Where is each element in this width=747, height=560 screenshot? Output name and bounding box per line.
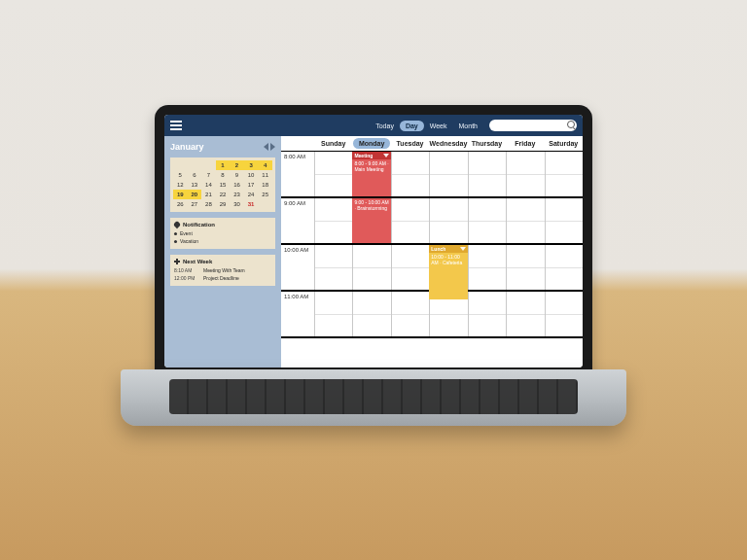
cal-day[interactable]: 19 <box>173 190 188 199</box>
time-slot[interactable] <box>391 152 429 196</box>
cal-day[interactable]: 15 <box>216 180 231 190</box>
view-today[interactable]: Today <box>370 121 400 131</box>
hour-label: 10:00 AM <box>281 245 314 290</box>
hour-label: 11:00 AM <box>281 292 314 336</box>
view-week[interactable]: Week <box>424 121 453 131</box>
next-week-item[interactable]: 8:10 AMMeeting With Team <box>174 266 271 274</box>
time-slot[interactable] <box>352 292 390 336</box>
event-block[interactable]: Meeting8:00 - 9:00 AM · Main Meeting <box>352 152 390 196</box>
time-slot[interactable] <box>506 152 544 196</box>
cal-day[interactable]: 27 <box>188 199 202 209</box>
cal-day[interactable]: 5 <box>173 170 188 180</box>
day-header-thursday[interactable]: Thursday <box>468 136 506 151</box>
cal-day <box>173 160 188 170</box>
cal-day[interactable]: 3 <box>244 160 259 170</box>
next-week-item[interactable]: 12:00 PMProject Deadline <box>174 274 271 282</box>
dot-icon <box>174 232 177 235</box>
schedule-grid: 8:00 AM9:00 AM10:00 AM11:00 AMMeeting8:0… <box>281 152 583 368</box>
cal-day[interactable]: 22 <box>216 190 231 199</box>
cal-day[interactable]: 28 <box>201 199 216 209</box>
day-header-row: SundayMondayTuesdayWednesdayThursdayFrid… <box>281 136 583 152</box>
time-slot[interactable] <box>468 152 506 196</box>
time-slot[interactable] <box>468 292 506 336</box>
month-header: January <box>170 142 275 152</box>
cal-day[interactable]: 20 <box>188 190 202 199</box>
time-slot[interactable] <box>545 245 583 290</box>
event-block[interactable]: Lunch10:00 - 11:00 AM · Cafeteria <box>429 245 467 299</box>
cal-day[interactable]: 2 <box>230 160 244 170</box>
time-slot[interactable] <box>429 198 467 243</box>
cal-day[interactable]: 17 <box>244 180 259 190</box>
time-slot[interactable] <box>429 152 467 196</box>
screen-bezel: TodayDayWeekMonth January <box>155 105 592 377</box>
time-slot[interactable] <box>314 245 352 290</box>
chevron-down-icon <box>460 247 466 251</box>
app-body: January 12345678910111213141516171819202… <box>164 136 583 368</box>
mini-calendar[interactable]: 1234567891011121314151617181920212223242… <box>170 158 275 212</box>
time-slot[interactable] <box>506 198 544 243</box>
chevron-down-icon <box>383 154 389 158</box>
cal-day[interactable]: 10 <box>244 170 259 180</box>
time-slot[interactable] <box>314 292 352 336</box>
view-day[interactable]: Day <box>400 121 424 131</box>
next-month-icon[interactable] <box>270 143 275 151</box>
cal-day[interactable]: 24 <box>244 190 259 199</box>
cal-day <box>188 160 202 170</box>
keyboard <box>169 379 578 414</box>
cal-day[interactable]: 13 <box>188 180 202 190</box>
cal-day[interactable]: 4 <box>258 160 272 170</box>
cal-day[interactable]: 8 <box>216 170 231 180</box>
day-header-saturday[interactable]: Saturday <box>545 136 583 151</box>
time-slot[interactable] <box>506 292 544 336</box>
cal-day[interactable]: 9 <box>230 170 244 180</box>
cal-day[interactable]: 7 <box>201 170 216 180</box>
laptop-mock: TodayDayWeekMonth January <box>121 105 626 455</box>
cal-day[interactable]: 30 <box>230 199 244 209</box>
cal-day[interactable]: 29 <box>216 199 231 209</box>
app-root: TodayDayWeekMonth January <box>164 115 583 368</box>
notification-item[interactable]: Vacation <box>174 237 271 245</box>
time-slot[interactable] <box>545 152 583 196</box>
cal-day[interactable]: 14 <box>201 180 216 190</box>
cal-day[interactable]: 12 <box>173 180 188 190</box>
time-slot[interactable] <box>545 198 583 243</box>
day-header-monday[interactable]: Monday <box>352 136 390 151</box>
time-slot[interactable] <box>314 152 352 196</box>
plus-icon[interactable] <box>174 259 180 264</box>
cal-day[interactable]: 6 <box>188 170 202 180</box>
day-header-wednesday[interactable]: Wednesday <box>429 136 467 151</box>
prev-month-icon[interactable] <box>264 143 268 151</box>
time-slot[interactable] <box>352 245 390 290</box>
day-header-tuesday[interactable]: Tuesday <box>391 136 429 151</box>
cal-day[interactable]: 18 <box>258 180 272 190</box>
time-slot[interactable] <box>468 245 506 290</box>
time-slot[interactable] <box>545 292 583 336</box>
time-slot[interactable] <box>314 198 352 243</box>
cal-day[interactable]: 21 <box>201 190 216 199</box>
cal-day[interactable]: 23 <box>230 190 244 199</box>
day-header-sunday[interactable]: Sunday <box>314 136 352 151</box>
time-slot[interactable] <box>506 245 544 290</box>
time-slot[interactable] <box>391 292 429 336</box>
cal-day[interactable]: 25 <box>258 190 272 199</box>
laptop-base <box>121 369 626 426</box>
view-month[interactable]: Month <box>453 121 483 131</box>
event-block[interactable]: 9:00 - 10:00 AM · Brainstorming <box>352 198 390 243</box>
dot-icon <box>174 240 177 243</box>
cal-day[interactable]: 16 <box>230 180 244 190</box>
sidebar: January 12345678910111213141516171819202… <box>164 136 281 368</box>
cal-day[interactable]: 11 <box>258 170 272 180</box>
cal-day <box>201 160 216 170</box>
next-week-panel: Next Week 8:10 AMMeeting With Team12:00 … <box>170 255 275 286</box>
cal-day[interactable]: 1 <box>216 160 231 170</box>
time-slot[interactable] <box>391 198 429 243</box>
time-slot[interactable] <box>468 198 506 243</box>
menu-icon[interactable] <box>170 121 182 130</box>
search-input[interactable] <box>489 120 577 131</box>
time-slot[interactable] <box>391 245 429 290</box>
cal-day[interactable]: 31 <box>244 199 259 209</box>
hour-label: 8:00 AM <box>281 152 314 196</box>
notification-item[interactable]: Event <box>174 229 271 237</box>
day-header-friday[interactable]: Friday <box>506 136 544 151</box>
cal-day[interactable]: 26 <box>173 199 188 209</box>
